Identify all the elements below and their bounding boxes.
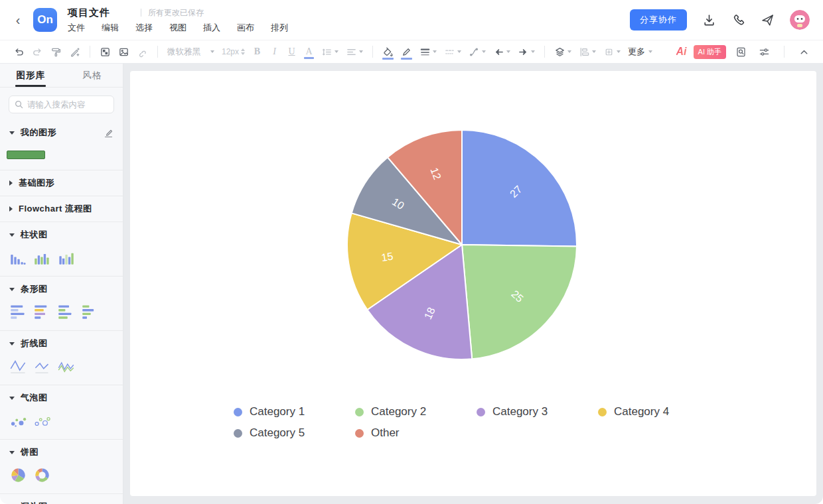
section-header-bubble-charts[interactable]: 气泡图 [0,385,123,410]
section-header-pie-charts[interactable]: 饼图 [0,440,123,465]
custom-shape-thumbnail[interactable] [7,151,45,159]
more-button[interactable]: 更多 [625,44,655,60]
section-bar-charts: 条形图 [0,277,123,331]
fill-color-button[interactable] [380,44,396,60]
section-label: 折线图 [21,338,48,349]
chevron-down-icon [506,50,510,53]
shape-thumbnail-bar-2[interactable] [33,303,51,321]
transparency-icon[interactable] [97,44,113,60]
collapse-toolbar-icon[interactable] [796,44,812,60]
shape-thumbnail-line-1[interactable] [9,357,27,375]
section-header-column-charts[interactable]: 柱状图 [0,222,123,247]
redo-button[interactable] [29,44,46,60]
shape-thumbnail-bubble-2[interactable] [33,412,51,430]
stroke-color-button[interactable] [398,44,415,60]
section-header-flowchart[interactable]: Flowchart 流程图 [0,196,123,221]
share-collab-button[interactable]: 分享协作 [630,9,687,31]
menu-item-1[interactable]: 编辑 [102,22,119,34]
stepper-arrows-icon[interactable] [241,48,245,55]
legend-item-5[interactable]: Other [355,426,477,440]
section-header-basic-shapes[interactable]: 基础图形 [0,170,123,196]
document-title[interactable]: 项目文件 [68,7,110,19]
shape-thumbnail-column-1[interactable] [9,249,27,267]
menu-item-5[interactable]: 画布 [237,22,254,34]
ai-assistant-badge[interactable]: AI 助手 [694,45,726,59]
menu-item-6[interactable]: 排列 [271,22,288,34]
legend-item-1[interactable]: Category 2 [355,405,477,418]
back-button[interactable]: ‹ [9,11,27,29]
legend-dot-icon [355,429,364,438]
connector-style-button[interactable] [466,44,488,60]
shape-thumbnail-pie-1[interactable] [9,466,27,484]
drawing-canvas[interactable]: 272518151012 Category 1Category 2Categor… [130,71,816,496]
toolbar: 微软雅黑 12px B I U A 更多 Ai AI 助手 [0,40,823,64]
edit-pencil-icon[interactable] [104,128,113,138]
layers-button[interactable] [552,44,574,60]
format-painter-icon[interactable] [48,44,64,60]
underline-label: U [287,46,297,57]
line-height-button[interactable] [319,44,341,60]
menu-item-0[interactable]: 文件 [68,22,85,34]
clear-format-icon[interactable] [66,44,83,60]
shape-thumbnail-bar-4[interactable] [81,303,99,321]
shape-thumbnail-bar-3[interactable] [57,303,75,321]
font-size-stepper[interactable]: 12px [219,45,248,58]
section-header-funnel-charts[interactable]: 漏斗图 [0,494,123,504]
download-icon[interactable] [702,13,716,27]
tab-style[interactable]: 风格 [62,64,123,87]
divider [784,46,785,58]
bold-button[interactable]: B [250,44,265,59]
menu-item-4[interactable]: 插入 [203,22,220,34]
find-replace-icon[interactable] [733,44,749,60]
undo-button[interactable] [11,44,27,60]
header-bar: ‹ On 项目文件 所有更改已保存 文件编辑选择视图插入画布排列 分享协作 [0,0,823,40]
section-header-line-charts[interactable]: 折线图 [0,331,123,356]
menu-item-3[interactable]: 视图 [169,22,187,34]
menu-item-2[interactable]: 选择 [135,22,153,34]
send-icon[interactable] [761,13,775,27]
line-style-button[interactable] [441,44,464,60]
section-body [0,410,123,439]
tab-shape-library[interactable]: 图形库 [0,64,62,87]
user-avatar[interactable] [790,10,810,30]
shape-thumbnail-column-3[interactable] [57,249,75,267]
arrow-start-button[interactable] [490,44,513,60]
legend-item-4[interactable]: Category 5 [234,426,355,440]
legend-item-0[interactable]: Category 1 [234,405,355,418]
insert-link-icon[interactable] [134,44,151,60]
section-line-charts: 折线图 [0,331,123,385]
line-width-button[interactable] [417,44,439,60]
canvas-size-button[interactable] [601,44,623,60]
underline-button[interactable]: U [284,44,299,59]
shape-thumbnail-bubble-1[interactable] [9,412,27,430]
legend-item-3[interactable]: Category 4 [598,405,719,418]
shape-thumbnail-bar-1[interactable] [9,303,27,321]
text-align-button[interactable] [343,44,366,60]
font-family-select[interactable]: 微软雅黑 [165,44,217,60]
insert-image-icon[interactable] [115,44,132,60]
divider [90,46,90,58]
phone-icon[interactable] [731,13,745,27]
section-header-my-shapes[interactable]: 我的图形 [0,120,123,145]
search-box[interactable] [9,95,114,113]
italic-button[interactable]: I [267,44,282,59]
search-input[interactable] [27,100,108,109]
section-body [0,247,123,276]
section-body [0,151,123,170]
legend-item-2[interactable]: Category 3 [477,405,598,418]
shape-thumbnail-column-2[interactable] [33,249,51,267]
search-area [0,88,123,120]
app-logo[interactable]: On [33,8,57,32]
shape-thumbnail-line-2[interactable] [33,357,51,375]
section-flowchart: Flowchart 流程图 [0,196,123,222]
section-label: Flowchart 流程图 [19,203,92,215]
section-header-bar-charts[interactable]: 条形图 [0,277,123,302]
legend-label: Category 2 [371,405,426,418]
align-objects-button[interactable] [576,44,599,60]
settings-sliders-icon[interactable] [756,44,773,60]
font-color-button[interactable]: A [301,44,317,59]
ai-logo[interactable]: Ai [676,46,687,58]
shape-thumbnail-line-3[interactable] [57,357,75,375]
arrow-end-button[interactable] [515,44,538,60]
shape-thumbnail-pie-2[interactable] [33,466,51,484]
